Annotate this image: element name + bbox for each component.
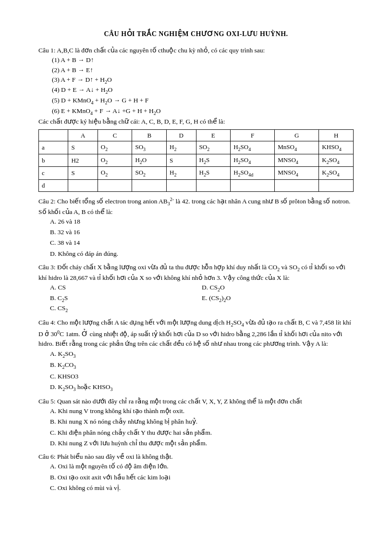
q4-label: Câu 4: Cho một lượng chất A tác dụng hết… (38, 319, 351, 347)
question-6: Câu 6: Phát biểu nào sau đây về oxi là k… (38, 452, 354, 493)
reaction-1: (1) A + B → D↑ (52, 55, 354, 65)
q2-answer-C: C. 38 và 14 (50, 238, 354, 248)
th-C: C (98, 129, 132, 141)
q2-answer-D: D. Không có đáp án đúng. (50, 249, 354, 259)
q6-label: Câu 6: Phát biểu nào sau đây về oxi là k… (38, 453, 173, 460)
reaction-5: (5) D + KMnO4 + H2O → G + H + F (52, 96, 354, 106)
q5-answer-D: D. Khi nung Z với lưu huỳnh chỉ thu được… (50, 439, 354, 448)
page-title: CÂU HỎI TRẮC NGHIỆM CHƯƠNG OXI-LƯU HUỲNH… (38, 29, 354, 39)
row-c-D: H2 (167, 167, 196, 180)
table-row: a S O2 SO3 H2 SO2 H2SO4 MnSO4 KHSO4 (39, 141, 354, 154)
table-row: d (39, 180, 354, 192)
question-2: Câu 2: Cho biết tổng số electron trong a… (38, 196, 354, 259)
q4-answer-A: A. K2SO3 (50, 349, 354, 360)
th-D: D (167, 129, 196, 141)
q3-answers: A. CS D. CS2O B. C2S E. (CS2)2O C. CS2 (50, 283, 354, 314)
row-d-A (68, 180, 98, 192)
row-b-F: H2SO4 (231, 154, 275, 167)
page: CÂU HỎI TRẮC NGHIỆM CHƯƠNG OXI-LƯU HUỲNH… (0, 0, 392, 540)
q2-answer-A: A. 26 và 18 (50, 217, 354, 226)
row-a-D: H2 (167, 141, 196, 154)
row-a-C: O2 (98, 141, 132, 154)
row-d-F (231, 180, 275, 192)
q6-answer-B: B. Oxi tạo oxit axit với hầu hết các kim… (50, 473, 354, 482)
th-empty (39, 129, 68, 141)
row-a-B: SO3 (132, 141, 167, 154)
question-3: Câu 3: Đốt cháy chất X bằng lượng oxi vừ… (38, 263, 354, 314)
th-H: H (319, 129, 354, 141)
row-b-G: MNSO4 (275, 154, 319, 167)
question-1: Câu 1: A,B,C là đơn chất của các nguyên … (38, 46, 354, 192)
row-d-label: d (39, 180, 68, 192)
table-row: b H2 O2 H2O S H2S H2SO4 MNSO4 K2SO4 (39, 154, 354, 167)
q3-answer-C: C. CS2 (50, 303, 202, 314)
row-b-label: b (39, 154, 68, 167)
q4-answer-D: D. K2SO3 hoặc KHSO3 (50, 382, 354, 393)
q6-answer-A: A. Oxi là một nguyên tố có độ âm điện lớ… (50, 462, 354, 471)
question-5: Câu 5: Quan sát nào dưới đây chỉ ra rằng… (38, 397, 354, 448)
row-d-B (132, 180, 167, 192)
q3-answer-empty (202, 303, 354, 314)
q6-answer-C: C. Oxi không có mùi và vị. (50, 483, 354, 493)
q5-answer-C: C. Khi điện phân nóng chảy chất Y thu đư… (50, 428, 354, 438)
row-d-G (275, 180, 319, 192)
row-a-label: a (39, 141, 68, 154)
row-a-A: S (68, 141, 98, 154)
q3-answer-B: B. C2S (50, 293, 202, 304)
reaction-2: (2) A + B → E↑ (52, 65, 354, 75)
q1-label: Câu 1: A,B,C là đơn chất của các nguyên … (38, 47, 265, 54)
row-d-E (196, 180, 231, 192)
reaction-6: (6) E + KMnO4 + F → A↓ +G + H + H2O (52, 106, 354, 117)
reaction-4: (4) D + E → A↓ + H2O (52, 85, 354, 96)
row-d-C (98, 180, 132, 192)
row-d-H (319, 180, 354, 192)
q5-answer-B: B. Khi nung X nó nóng chảy nhưng không b… (50, 417, 354, 427)
row-c-A: S (68, 167, 98, 180)
row-b-C: O2 (98, 154, 132, 167)
q1-table: A C B D E F G H a S O2 SO3 H2 SO2 (38, 129, 354, 192)
row-b-H: K2SO4 (319, 154, 354, 167)
row-b-A: H2 (68, 154, 98, 167)
th-G: G (275, 129, 319, 141)
question-4: Câu 4: Cho một lượng chất A tác dụng hết… (38, 318, 354, 393)
row-c-label: c (39, 167, 68, 180)
th-A: A (68, 129, 98, 141)
row-d-D (167, 180, 196, 192)
row-c-C: O2 (98, 167, 132, 180)
q1-reactions: (1) A + B → D↑ (2) A + B → E↑ (3) A + F … (52, 55, 354, 116)
q4-answer-B: B. K2CO3 (50, 360, 354, 371)
q4-answer-C: C. KHSO3 (50, 372, 354, 381)
q3-answer-E: E. (CS2)2O (202, 293, 354, 304)
row-a-H: KHSO4 (319, 141, 354, 154)
q3-answer-A: A. CS (50, 283, 202, 293)
row-a-E: SO2 (196, 141, 231, 154)
row-a-F: H2SO4 (231, 141, 275, 154)
q2-label: Câu 2: Cho biết tổng số electron trong a… (38, 198, 350, 215)
row-b-D: S (167, 154, 196, 167)
row-c-B: SO2 (132, 167, 167, 180)
row-b-B: H2O (132, 154, 167, 167)
row-c-G: MNSO4 (275, 167, 319, 180)
table-row: c S O2 SO2 H2 H2S H2SO4d MNSO4 K2SO4 (39, 167, 354, 180)
reaction-3: (3) A + F → D↑ + H2O (52, 75, 354, 86)
q5-label: Câu 5: Quan sát nào dưới đây chỉ ra rằng… (38, 398, 302, 405)
th-B: B (132, 129, 167, 141)
q2-answer-B: B. 32 và 16 (50, 227, 354, 237)
q3-label: Câu 3: Đốt cháy chất X bằng lượng oxi vừ… (38, 264, 345, 281)
q5-answer-A: A. Khi nung V trong không khí tạo thành … (50, 406, 354, 416)
row-a-G: MnSO4 (275, 141, 319, 154)
row-c-F: H2SO4d (231, 167, 275, 180)
row-b-E: H2S (196, 154, 231, 167)
q3-answer-D: D. CS2O (202, 283, 354, 293)
th-F: F (231, 129, 275, 141)
q1-table-caption: Các chất được ký hiệu bằng chữ cái: A, C… (38, 117, 354, 126)
row-c-E: H2S (196, 167, 231, 180)
row-c-H: K2SO4 (319, 167, 354, 180)
th-E: E (196, 129, 231, 141)
